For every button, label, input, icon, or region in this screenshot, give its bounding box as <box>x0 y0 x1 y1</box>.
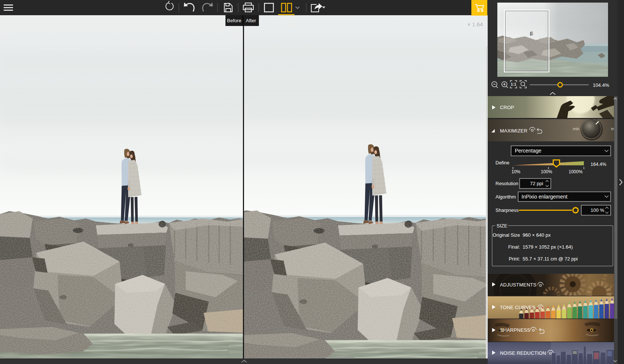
svg-text:Print:: Print: <box>509 256 520 262</box>
svg-text:Sharpness: Sharpness <box>495 207 519 213</box>
svg-text:Algorithm: Algorithm <box>495 194 516 200</box>
svg-text:104.4%: 104.4% <box>593 82 610 88</box>
svg-text:1000%: 1000% <box>569 169 583 174</box>
svg-text:Final:: Final: <box>508 244 520 250</box>
svg-text:72 ppi: 72 ppi <box>530 181 543 186</box>
svg-text:CROP: CROP <box>500 105 514 110</box>
svg-text:ADJUSTMENTS: ADJUSTMENTS <box>500 282 536 288</box>
svg-text:Original Size: Original Size <box>493 232 520 238</box>
svg-text:1:1: 1:1 <box>511 82 516 86</box>
svg-text:Define: Define <box>495 160 510 165</box>
svg-text:100%: 100% <box>541 169 552 174</box>
svg-text:NOISE REDUCTION: NOISE REDUCTION <box>500 350 546 356</box>
svg-text:min: min <box>573 127 579 131</box>
svg-text:10%: 10% <box>511 169 520 174</box>
svg-text:Resolution: Resolution <box>495 181 518 186</box>
svg-text:Percentage: Percentage <box>515 148 542 154</box>
svg-text:164.4%: 164.4% <box>591 162 606 167</box>
svg-text:960 × 640 px: 960 × 640 px <box>523 232 551 238</box>
svg-text:SIZE: SIZE <box>497 223 507 229</box>
svg-text:SHARPNESS: SHARPNESS <box>500 327 530 333</box>
svg-text:1579 × 1052 px (×1.64): 1579 × 1052 px (×1.64) <box>523 244 573 250</box>
svg-text:100 %: 100 % <box>591 207 604 213</box>
svg-text:55.7 × 37.11 cm @ 72 ppi: 55.7 × 37.11 cm @ 72 ppi <box>523 256 578 262</box>
svg-text:InPixio enlargement: InPixio enlargement <box>521 194 568 200</box>
svg-text:MAXIMIZER: MAXIMIZER <box>500 128 527 134</box>
